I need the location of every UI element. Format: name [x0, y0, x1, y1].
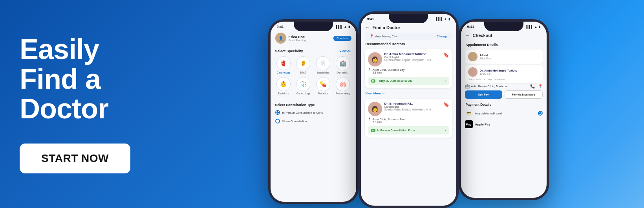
phone-1-consultation-header: Select Consultation Type [271, 101, 356, 108]
specialty-cardiology[interactable]: 🫀 Cardiology [274, 56, 293, 74]
slot-left-2: IP In-Person Consultation From [371, 129, 415, 132]
bookmark-icon-1[interactable]: 🔖 [443, 52, 449, 58]
specialty-diabetics[interactable]: 💊 Diabetics [314, 77, 333, 95]
card-payment-label: Any debit/credit card [475, 112, 536, 115]
doctor-1-distance: 2.3 kms [368, 71, 449, 75]
cardiology-label: Cardiology [277, 71, 290, 74]
specialities-icon: 🦷 [316, 56, 330, 70]
consultation-video[interactable]: Video Consultation [271, 117, 356, 125]
insurance-button[interactable]: Pay via Insurance [505, 90, 543, 99]
appt-meta-type: In Person [494, 78, 505, 81]
phone-1-view-all[interactable]: View All [339, 49, 351, 53]
phone-1-specialty-grid-1: 🫀 Cardiology 👂 E.N.T 🦷 Specialities 🏥 De… [271, 55, 356, 75]
phone-3-notch [484, 22, 523, 31]
dermatology-icon: 🏥 [336, 56, 350, 70]
patient-sub: Erica Doe [480, 57, 491, 60]
diabetics-icon: 💊 [316, 77, 330, 91]
card-payment-icon: 💳 [465, 109, 473, 117]
phone-3-title: Checkout [473, 33, 492, 38]
slot-chevron-2: › [445, 128, 446, 133]
doctor-card-1[interactable]: 👩 Dr. Amira Mohamed Tobikha Cardiologist… [365, 49, 452, 88]
map-icon[interactable]: 📍 [538, 84, 543, 88]
battery-icon-2: ▮ [448, 17, 450, 21]
pulmonology-icon: 🫁 [336, 77, 350, 91]
bookmark-icon-2[interactable]: 🔖 [443, 102, 449, 107]
doctor-1-slot[interactable]: IP Today, 30 June at 10:30 AM › [368, 77, 449, 85]
headline: Easily Find a Doctor [20, 35, 153, 124]
specialty-pediatrics[interactable]: 👶 Pediatrics [274, 77, 293, 95]
back-arrow-icon-3[interactable]: ← [466, 33, 470, 38]
doctor-2-slot[interactable]: IP In-Person Consultation From › [368, 126, 449, 134]
gynecology-label: Gynecology [296, 92, 310, 95]
text-section: Easily Find a Doctor START NOW [0, 11, 173, 197]
consultation-in-person[interactable]: In-Person Consultation at Clinic [271, 108, 356, 117]
phone-1-checkin-button[interactable]: Check In [333, 36, 351, 41]
phone-3-header: ← Checkout [461, 30, 547, 40]
battery-icon: ▮ [348, 25, 350, 29]
patient-name: Albert [480, 53, 491, 57]
action-buttons: Self Pay Pay via Insurance [465, 90, 543, 99]
appt-doctor-card: Dr. Amin Mohamed Toakho 10:00 p.a 09 Apr… [465, 65, 543, 83]
appt-doctor-avatar [468, 67, 478, 77]
appt-doctor-name: Dr. Amin Mohamed Toakho [480, 69, 518, 72]
phone-3-status-icons: ▌▌▌ ▲ ▮ [527, 25, 540, 29]
doctor-card-2[interactable]: 👩 Dr. Bindumathi P.L. Cardiologist Speak… [365, 99, 452, 138]
payment-option-apple[interactable]: Pay Apple Pay [461, 119, 547, 130]
phone-1-status-icons: ▌▌▌ ▲ ▮ [336, 25, 350, 29]
ent-icon: 👂 [296, 56, 310, 70]
slot-chevron-1: › [445, 79, 446, 83]
dermatology-label: Dermatol... [337, 71, 349, 74]
start-now-button[interactable]: START NOW [20, 144, 130, 173]
phone-icon[interactable]: 📞 [530, 84, 535, 88]
doctor-2-avatar: 👩 [368, 102, 382, 116]
phone-2-status-icons: ▌▌▌ ▲ ▮ [436, 17, 450, 21]
location-bar[interactable]: 📍 Area Name, City Change [365, 33, 452, 40]
doctor-2-specialty: Cardiologist [384, 105, 441, 108]
pediatrics-label: Pediatrics [278, 92, 289, 95]
doctor-1-clinic: Aster Clinic, Business Bay [373, 68, 405, 71]
doctor-2-distance: 2.3 kms [368, 121, 449, 125]
doctor-1-languages: Speaks Arabic, English, Malayalam, Hindi [384, 59, 441, 61]
phone-1-header: 👤 Erica Doe Good Morning Check In [271, 30, 356, 46]
location-icon-2: 📍 [368, 118, 371, 121]
doctor-2-clinic: Aster Clinic, Business Bay [373, 118, 405, 121]
self-pay-button[interactable]: Self Pay [465, 90, 502, 99]
back-arrow-icon[interactable]: ← [366, 25, 370, 30]
specialty-gynecology[interactable]: 🩺 Gynecology [294, 77, 313, 95]
phone-2-title: Find a Doctor [373, 25, 452, 30]
doctor-1-info: Dr. Amira Mohamed Tobikha Cardiologist S… [384, 52, 441, 61]
doctor-2-info: Dr. Bindumathi P.L. Cardiologist Speaks … [384, 102, 441, 111]
specialty-ent[interactable]: 👂 E.N.T [294, 56, 313, 74]
change-location-link[interactable]: Change [437, 35, 448, 38]
phone-3-screen: 9:41 ▌▌▌ ▲ ▮ ← Checkout Appointment Deta… [461, 22, 547, 198]
specialty-specialities[interactable]: 🦷 Specialities [314, 56, 333, 74]
view-more-link[interactable]: View More → [361, 90, 456, 97]
phone-1-user-info: Erica Doe Good Morning [286, 35, 334, 42]
specialty-pulmonology[interactable]: 🫁 Pulmonology [334, 77, 352, 95]
location-icon-1: 📍 [368, 68, 371, 71]
patient-info: Albert Erica Doe [480, 53, 491, 60]
location-text: Area Name, City [375, 35, 435, 38]
phone-1-time: 9:41 [277, 25, 284, 29]
phone-3: 9:41 ▌▌▌ ▲ ▮ ← Checkout Appointment Deta… [459, 19, 549, 200]
slot-text-2: In-Person Consultation From [377, 129, 415, 132]
apple-pay-label: Apple Pay [475, 123, 490, 126]
phone-2-header: ← Find a Doctor [361, 22, 456, 33]
apple-pay-icon: Pay [465, 120, 473, 128]
doctor-1-location: 📍 Aster Clinic, Business Bay [368, 66, 449, 71]
in-person-label: In-Person Consultation at Clinic [282, 111, 324, 114]
phone-3-time: 9:41 [467, 25, 474, 29]
radio-inner-card [539, 112, 542, 114]
appt-doctor-time: 10:00 p.a [480, 72, 518, 75]
cardiology-icon: 🫀 [276, 56, 291, 70]
appt-meta-duration: 30 Days [483, 78, 492, 81]
doctor-1-specialty: Cardiologist [384, 56, 441, 59]
doctor-card-2-header: 👩 Dr. Bindumathi P.L. Cardiologist Speak… [368, 102, 449, 116]
radio-card [538, 111, 543, 116]
specialty-dermatology[interactable]: 🏥 Dermatol... [334, 56, 352, 74]
payment-option-card[interactable]: 💳 Any debit/credit card [461, 108, 547, 119]
phone-1-section-header: Select Speciality View All [271, 46, 356, 55]
pediatrics-icon: 👶 [276, 77, 291, 91]
doctor-2-languages: Speaks Arabic, English, Malayalam, Hindi [384, 108, 441, 111]
appt-meta-date: 09 Apr, 2022 [468, 78, 481, 81]
